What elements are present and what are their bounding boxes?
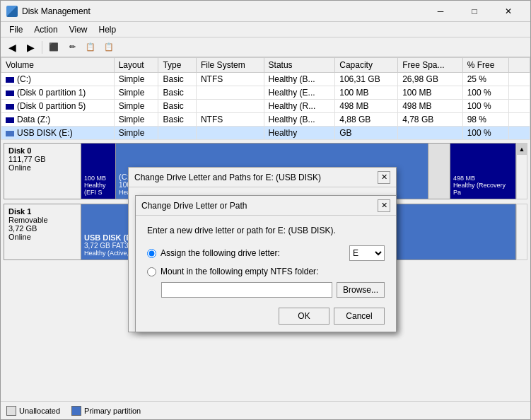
main-window: Disk Management ─ □ ✕ File Action View H… (0, 0, 531, 420)
cell-pct: 100 % (462, 100, 508, 113)
inner-dialog-close[interactable]: ✕ (378, 199, 390, 212)
cell-volume: Data (Z:) (1, 113, 115, 127)
toolbar-forward[interactable]: ▶ (22, 40, 39, 55)
cell-capacity: 100 MB (335, 86, 398, 100)
toolbar-btn1[interactable]: ⬛ (45, 40, 62, 55)
disk1-status: Online (8, 233, 76, 241)
cell-fs: NTFS (196, 113, 264, 127)
disk0-status: Online (8, 163, 76, 172)
col-fs[interactable]: File System (196, 58, 264, 73)
cell-extra (509, 100, 530, 113)
col-pct[interactable]: % Free (462, 58, 508, 73)
table-row[interactable]: (C:) Simple Basic NTFS Healthy (B... 106… (1, 73, 530, 86)
cell-free (398, 127, 462, 140)
mount-radio[interactable] (147, 267, 156, 276)
col-status[interactable]: Status (264, 58, 335, 73)
cell-capacity: 106,31 GB (335, 73, 398, 86)
outer-dialog-close[interactable]: ✕ (378, 171, 390, 184)
col-type[interactable]: Type (158, 58, 197, 73)
disk1-type: Removable (8, 216, 76, 224)
menu-view[interactable]: View (64, 23, 93, 36)
mount-radio-label: Mount in the following empty NTFS folder… (161, 267, 318, 276)
col-layout[interactable]: Layout (114, 58, 158, 73)
col-free[interactable]: Free Spa... (398, 58, 462, 73)
title-bar-controls: ─ □ ✕ (424, 1, 525, 22)
cell-pct: 100 % (462, 86, 508, 100)
legend-unalloc-box (6, 406, 16, 416)
drive-icon (6, 117, 14, 123)
scrollbar-up[interactable]: ▲ (517, 144, 527, 155)
col-volume[interactable]: Volume (1, 58, 115, 73)
menu-help[interactable]: Help (93, 23, 122, 36)
toolbar-btn2[interactable]: ✏ (64, 40, 81, 55)
inner-dialog-buttons: OK Cancel (147, 308, 385, 325)
close-button[interactable]: ✕ (492, 1, 525, 22)
cell-free: 100 MB (398, 86, 462, 100)
partition-recovery[interactable]: 498 MB Healthy (Recovery Pa (450, 144, 515, 199)
toolbar-back[interactable]: ◀ (4, 40, 21, 55)
legend: Unallocated Primary partition (1, 401, 530, 419)
cell-layout: Simple (114, 127, 158, 140)
legend-primary-label: Primary partition (84, 407, 141, 415)
drive-icon (6, 104, 14, 110)
cell-fs (196, 127, 264, 140)
cell-type (158, 127, 197, 140)
drive-letter-select[interactable]: E F G (349, 245, 385, 261)
cell-extra (509, 113, 530, 127)
legend-unalloc: Unallocated (6, 406, 60, 416)
menu-action[interactable]: Action (28, 23, 63, 36)
mount-radio-row: Mount in the following empty NTFS folder… (147, 267, 385, 276)
inner-cancel-button[interactable]: Cancel (334, 308, 385, 325)
browse-button[interactable]: Browse... (337, 282, 385, 298)
table-row[interactable]: Data (Z:) Simple Basic NTFS Healthy (B..… (1, 113, 530, 127)
minimize-button[interactable]: ─ (424, 1, 457, 22)
outer-dialog-titlebar: Change Drive Letter and Paths for E: (US… (129, 168, 396, 187)
table-row[interactable]: (Disk 0 partition 5) Simple Basic Health… (1, 100, 530, 113)
volume-table: Volume Layout Type File System Status Ca… (1, 57, 530, 140)
menu-file[interactable]: File (4, 23, 28, 36)
partition-efi[interactable]: 100 MB Healthy (EFI S (81, 144, 116, 199)
folder-row: Browse... (161, 282, 385, 298)
inner-dialog-desc: Enter a new drive letter or path for E: … (147, 226, 385, 235)
disk0-label: Disk 0 111,77 GB Online (4, 143, 81, 199)
cell-extra (509, 73, 530, 86)
cell-type: Basic (158, 100, 197, 113)
assign-radio[interactable] (147, 249, 156, 258)
toolbar-btn4[interactable]: 📋 (100, 40, 117, 55)
cell-volume: (C:) (1, 73, 115, 86)
drive-icon (6, 131, 14, 136)
legend-unalloc-label: Unallocated (19, 407, 60, 415)
cell-volume: USB DISK (E:) (1, 127, 115, 140)
cell-volume: (Disk 0 partition 1) (1, 86, 115, 100)
cell-free: 26,98 GB (398, 73, 462, 86)
toolbar-btn3[interactable]: 📋 (82, 40, 99, 55)
cell-fs: NTFS (196, 73, 264, 86)
cell-status: Healthy (R... (264, 100, 335, 113)
cell-extra (509, 86, 530, 100)
inner-ok-button[interactable]: OK (279, 308, 329, 325)
content-area: Volume Layout Type File System Status Ca… (1, 57, 530, 419)
scrollbar-placeholder (516, 204, 527, 260)
maximize-button[interactable]: □ (458, 1, 491, 22)
window-title: Disk Management (22, 6, 424, 16)
partition-unalloc[interactable] (428, 144, 450, 199)
col-capacity[interactable]: Capacity (335, 58, 398, 73)
table-row[interactable]: USB DISK (E:) Simple Healthy GB 100 % (1, 127, 530, 140)
inner-dialog-body: Enter a new drive letter or path for E: … (136, 216, 396, 332)
cell-layout: Simple (114, 73, 158, 86)
legend-primary-box (71, 406, 81, 416)
cell-layout: Simple (114, 100, 158, 113)
folder-input[interactable] (161, 282, 332, 298)
scrollbar-v[interactable]: ▲ (516, 143, 527, 199)
cell-status: Healthy (E... (264, 86, 335, 100)
cell-pct: 98 % (462, 113, 508, 127)
disk1-size2: 3,72 GB (8, 224, 76, 233)
cell-pct: 100 % (462, 127, 508, 140)
title-bar: Disk Management ─ □ ✕ (1, 1, 530, 22)
cell-volume: (Disk 0 partition 5) (1, 100, 115, 113)
cell-fs (196, 100, 264, 113)
table-row[interactable]: (Disk 0 partition 1) Simple Basic Health… (1, 86, 530, 100)
cell-type: Basic (158, 113, 197, 127)
cell-type: Basic (158, 86, 197, 100)
disk0-name: Disk 0 (8, 146, 76, 155)
